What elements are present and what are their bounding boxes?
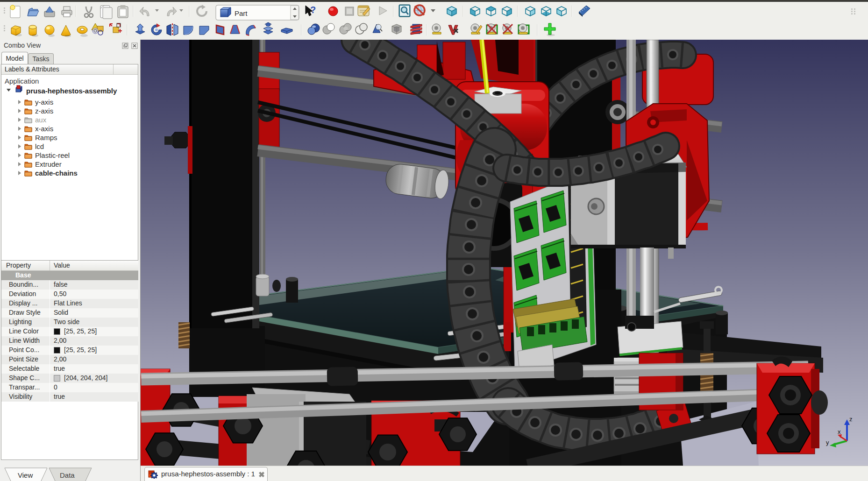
svg-text:Extruder: Extruder [35,160,62,168]
svg-text:y-axis: y-axis [35,98,53,106]
svg-text:?: ? [310,5,316,15]
svg-text:View: View [18,471,33,479]
svg-text:prusa-hephestos-assembly: prusa-hephestos-assembly [26,87,117,95]
svg-text:x: x [838,428,841,435]
svg-text:Application: Application [5,77,39,85]
svg-text:y: y [826,439,829,446]
svg-text:z-axis: z-axis [35,107,53,115]
svg-text:Data: Data [60,471,75,479]
svg-text:lcd: lcd [35,142,44,150]
svg-text:x-axis: x-axis [35,125,53,133]
svg-text:cable-chains: cable-chains [35,169,78,177]
svg-text:z: z [849,416,853,423]
svg-text:Ramps: Ramps [35,134,57,141]
svg-text:aux: aux [35,116,47,124]
svg-text:Plastic-reel: Plastic-reel [35,151,70,159]
svg-text:Part: Part [235,9,248,17]
